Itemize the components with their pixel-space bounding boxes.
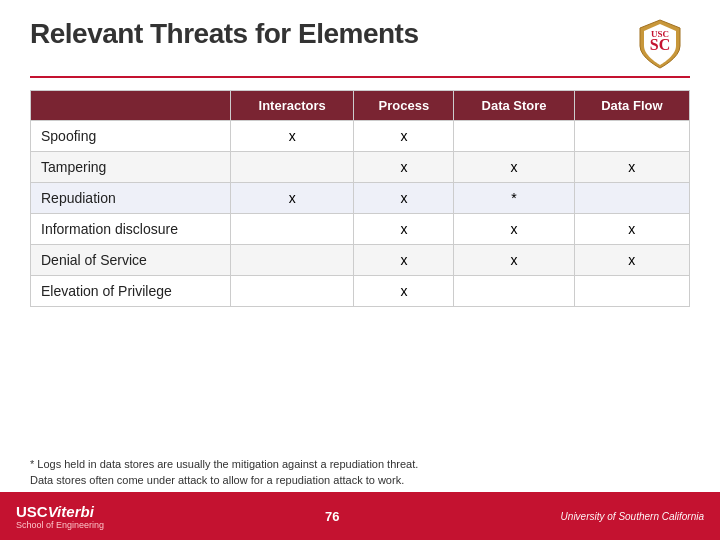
cell-interactors bbox=[231, 152, 354, 183]
usc-letters: USC bbox=[16, 503, 48, 520]
cell-interactors: x bbox=[231, 121, 354, 152]
cell-interactors bbox=[231, 276, 354, 307]
col-data-store: Data Store bbox=[454, 91, 574, 121]
cell-data_flow: x bbox=[574, 245, 689, 276]
table-row: Repudiationxx* bbox=[31, 183, 690, 214]
cell-data_store: x bbox=[454, 152, 574, 183]
usc-shield-logo: SC USC bbox=[638, 18, 690, 70]
cell-interactors bbox=[231, 214, 354, 245]
usc-logo-text: USCViterbi School of Engineering bbox=[16, 503, 104, 530]
table-body: SpoofingxxTamperingxxxRepudiationxx*Info… bbox=[31, 121, 690, 307]
cell-interactors bbox=[231, 245, 354, 276]
bottom-bar: USCViterbi School of Engineering 76 Univ… bbox=[0, 492, 720, 540]
cell-data_flow bbox=[574, 121, 689, 152]
cell-data_store: x bbox=[454, 214, 574, 245]
cell-data_flow: x bbox=[574, 152, 689, 183]
cell-data_store: * bbox=[454, 183, 574, 214]
cell-data_store bbox=[454, 276, 574, 307]
threat-label: Spoofing bbox=[31, 121, 231, 152]
col-data-flow: Data Flow bbox=[574, 91, 689, 121]
cell-data_flow bbox=[574, 276, 689, 307]
cell-interactors: x bbox=[231, 183, 354, 214]
cell-process: x bbox=[354, 276, 454, 307]
threat-label: Denial of Service bbox=[31, 245, 231, 276]
threat-label: Elevation of Privilege bbox=[31, 276, 231, 307]
table-row: Spoofingxx bbox=[31, 121, 690, 152]
table-row: Elevation of Privilegex bbox=[31, 276, 690, 307]
threat-label: Repudiation bbox=[31, 183, 231, 214]
cell-process: x bbox=[354, 183, 454, 214]
cell-process: x bbox=[354, 214, 454, 245]
table-row: Denial of Servicexxx bbox=[31, 245, 690, 276]
threats-table: Interactors Process Data Store Data Flow… bbox=[30, 90, 690, 307]
table-row: Information disclosurexxx bbox=[31, 214, 690, 245]
cell-process: x bbox=[354, 245, 454, 276]
cell-data_flow: x bbox=[574, 214, 689, 245]
header-divider bbox=[30, 76, 690, 78]
col-interactors: Interactors bbox=[231, 91, 354, 121]
table-row: Tamperingxxx bbox=[31, 152, 690, 183]
header: Relevant Threats for Elements SC USC bbox=[0, 0, 720, 76]
cell-data_store bbox=[454, 121, 574, 152]
col-threat bbox=[31, 91, 231, 121]
page-number: 76 bbox=[325, 509, 339, 524]
cell-process: x bbox=[354, 152, 454, 183]
cell-data_flow bbox=[574, 183, 689, 214]
threat-label: Tampering bbox=[31, 152, 231, 183]
viterbi-label: Viterbi bbox=[48, 503, 94, 520]
shield-icon: SC USC bbox=[638, 18, 682, 70]
page-title: Relevant Threats for Elements bbox=[30, 18, 419, 50]
cell-data_store: x bbox=[454, 245, 574, 276]
usc-full-name: University of Southern California bbox=[561, 511, 704, 522]
footnote: * Logs held in data stores are usually t… bbox=[30, 457, 690, 488]
col-process: Process bbox=[354, 91, 454, 121]
table-header-row: Interactors Process Data Store Data Flow bbox=[31, 91, 690, 121]
usc-name: USCViterbi bbox=[16, 503, 104, 520]
page: Relevant Threats for Elements SC USC Int… bbox=[0, 0, 720, 540]
footnote-text: * Logs held in data stores are usually t… bbox=[30, 458, 418, 485]
school-label: School of Engineering bbox=[16, 520, 104, 530]
threat-label: Information disclosure bbox=[31, 214, 231, 245]
svg-text:USC: USC bbox=[651, 29, 669, 39]
main-content: Interactors Process Data Store Data Flow… bbox=[0, 90, 720, 451]
cell-process: x bbox=[354, 121, 454, 152]
